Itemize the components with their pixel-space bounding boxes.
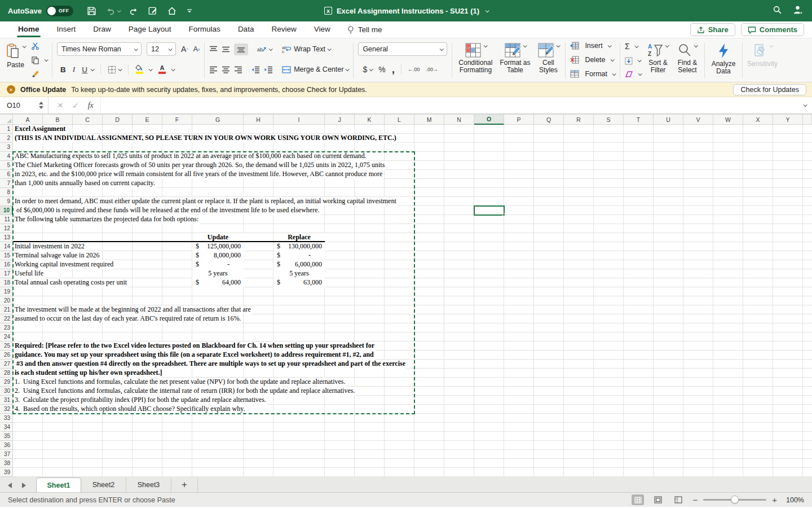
row-header-36[interactable]: 36 [0, 441, 13, 450]
font-name-select[interactable]: Times New Roman [57, 42, 142, 56]
row-header-12[interactable]: 12 [0, 224, 13, 233]
underline-button[interactable]: U [82, 65, 87, 74]
column-header-D[interactable]: D [103, 115, 133, 125]
row-header-30[interactable]: 30 [0, 387, 13, 396]
row-header-34[interactable]: 34 [0, 423, 13, 432]
merge-center-button[interactable]: Merge & Center [282, 65, 348, 73]
borders-button[interactable] [108, 65, 121, 74]
grid-cell-A5[interactable]: The Chief Marketing Officer forecasts gr… [13, 161, 386, 170]
grid-cell-G14[interactable]: $125,000,000 [192, 242, 244, 251]
grid-cell-A2[interactable]: (THIS IS AN INDIVIDUAL ASSIGNMENT, SO PL… [13, 134, 398, 143]
align-top-button[interactable] [209, 46, 218, 53]
wrap-text-button[interactable]: abc Wrap Text [282, 45, 330, 53]
save-icon[interactable] [87, 6, 96, 16]
column-header-S[interactable]: S [594, 115, 624, 125]
column-header-P[interactable]: P [504, 115, 534, 125]
tab-review[interactable]: Review [270, 22, 297, 37]
sheet-tab-sheet3[interactable]: Sheet3 [126, 478, 171, 492]
cut-button[interactable] [31, 42, 47, 50]
tab-insert[interactable]: Insert [56, 22, 77, 37]
undo-button[interactable] [105, 6, 120, 16]
grid-cell-A22[interactable]: assumed to occur on the last day of each… [13, 314, 242, 323]
grid-cell-A26[interactable]: guidance. You may set up your spreadshee… [13, 351, 375, 360]
row-header-23[interactable]: 23 [0, 323, 13, 332]
increase-decimal-button[interactable]: ←.00 [408, 67, 420, 72]
grid-cell-A21[interactable]: The investment will be made at the begin… [13, 305, 252, 314]
decrease-decimal-button[interactable]: .00→ [426, 67, 438, 72]
paste-button[interactable]: Paste [6, 42, 25, 69]
comments-button[interactable]: Comments [741, 23, 804, 36]
grid-cell-A6[interactable]: in 2023, etc. and the $100,000 price wil… [13, 170, 383, 179]
shrink-font-button[interactable]: Av [193, 45, 200, 53]
enter-icon[interactable]: ✓ [72, 101, 79, 110]
column-header-E[interactable]: E [133, 115, 162, 125]
column-header-Q[interactable]: Q [534, 115, 564, 125]
next-sheet-icon[interactable] [22, 483, 26, 488]
row-header-27[interactable]: 27 [0, 360, 13, 369]
row-header-39[interactable]: 39 [0, 468, 13, 477]
row-header-32[interactable]: 32 [0, 405, 13, 414]
row-header-21[interactable]: 21 [0, 305, 13, 314]
column-header-Y[interactable]: Y [773, 115, 803, 125]
column-header-B[interactable]: B [43, 115, 73, 125]
zoom-slider-thumb[interactable] [731, 496, 739, 503]
zoom-out-button[interactable]: − [692, 496, 698, 504]
grid-cell-A30[interactable]: 2. Using Excel functions and formulas, c… [13, 387, 356, 396]
column-header-N[interactable]: N [444, 115, 474, 125]
tab-home[interactable]: Home [17, 22, 41, 37]
autosave-toggle[interactable]: OFF [46, 6, 73, 16]
row-header-37[interactable]: 37 [0, 450, 13, 459]
sort-filter-button[interactable]: AZ Sort & Filter [646, 42, 670, 74]
fill-color-button[interactable] [135, 65, 143, 74]
row-header-20[interactable]: 20 [0, 296, 13, 305]
grid-cell-G17[interactable]: 5 years [192, 269, 244, 278]
column-header-G[interactable]: G [192, 115, 244, 125]
name-box[interactable]: O10 [0, 97, 48, 113]
row-header-8[interactable]: 8 [0, 188, 13, 197]
tell-me-control[interactable]: Tell me [347, 25, 382, 34]
grid-cell-A32[interactable]: 4. Based on the results, which option sh… [13, 405, 246, 414]
row-header-35[interactable]: 35 [0, 432, 13, 441]
row-header-1[interactable]: 1 [0, 125, 13, 134]
grid-cell-A11[interactable]: The following table summarizes the proje… [13, 215, 200, 224]
autosave-control[interactable]: AutoSave OFF [8, 6, 73, 16]
tab-page-layout[interactable]: Page Layout [127, 22, 173, 37]
fill-handle[interactable] [502, 213, 505, 216]
home-icon[interactable] [167, 6, 177, 16]
column-header-M[interactable]: M [414, 115, 444, 125]
copy-button[interactable] [31, 56, 47, 64]
row-header-5[interactable]: 5 [0, 161, 13, 170]
name-box-stepper[interactable] [39, 102, 43, 109]
row-header-26[interactable]: 26 [0, 351, 13, 360]
select-all-corner[interactable] [0, 115, 13, 125]
row-header-10[interactable]: 10 [0, 206, 13, 215]
fill-button[interactable] [625, 57, 641, 65]
row-header-13[interactable]: 13 [0, 233, 13, 242]
grid-cell-A14[interactable]: Initial investment in 2022 [13, 242, 86, 251]
column-header-X[interactable]: X [743, 115, 773, 125]
align-right-button[interactable] [234, 66, 242, 73]
row-header-7[interactable]: 7 [0, 179, 13, 188]
column-header-I[interactable]: I [273, 115, 325, 125]
row-header-17[interactable]: 17 [0, 269, 13, 278]
grid-cell-A25[interactable]: Required: [Please refer to the two Excel… [13, 341, 376, 351]
share-button[interactable]: Share [690, 23, 735, 36]
insert-function-icon[interactable]: fx [88, 101, 94, 110]
row-header-22[interactable]: 22 [0, 314, 13, 323]
grid-cell-A28[interactable]: is each student setting up his/her own s… [13, 369, 164, 378]
insert-cells-button[interactable]: Insert [570, 42, 615, 50]
align-left-button[interactable] [209, 66, 218, 73]
grid-cell-I14[interactable]: $130,000,000 [273, 242, 325, 251]
grid-cell-I17[interactable]: 5 years [273, 269, 325, 278]
column-header-T[interactable]: T [624, 115, 654, 125]
column-header-A[interactable]: A [13, 115, 43, 125]
grid-cell-I15[interactable]: $- [273, 251, 325, 260]
row-header-14[interactable]: 14 [0, 242, 13, 251]
font-size-select[interactable]: 12 [147, 42, 176, 56]
grid-cell-A17[interactable]: Useful life [13, 269, 45, 278]
sheet-tab-sheet2[interactable]: Sheet2 [81, 478, 126, 492]
column-header-V[interactable]: V [683, 115, 713, 125]
row-header-29[interactable]: 29 [0, 378, 13, 387]
add-sheet-button[interactable]: + [171, 478, 198, 492]
search-icon[interactable] [773, 5, 782, 17]
